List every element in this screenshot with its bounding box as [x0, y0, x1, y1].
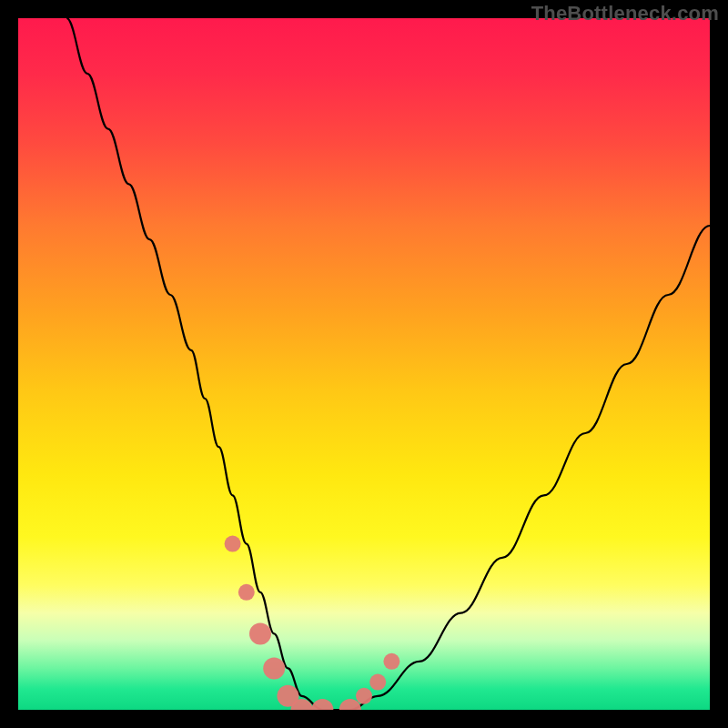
watermark-label: TheBottleneck.com — [531, 2, 719, 25]
highlight-marker — [383, 653, 399, 670]
bottleneck-curve-path — [66, 18, 710, 710]
highlight-marker — [249, 622, 271, 644]
chart-svg — [18, 18, 710, 710]
highlight-marker — [225, 536, 241, 552]
highlight-marker — [311, 699, 333, 710]
highlight-marker — [263, 657, 285, 679]
highlight-markers — [225, 536, 400, 710]
highlight-marker — [356, 688, 372, 704]
highlight-marker — [369, 674, 386, 691]
chart-frame — [18, 18, 710, 710]
highlight-marker — [238, 584, 255, 601]
